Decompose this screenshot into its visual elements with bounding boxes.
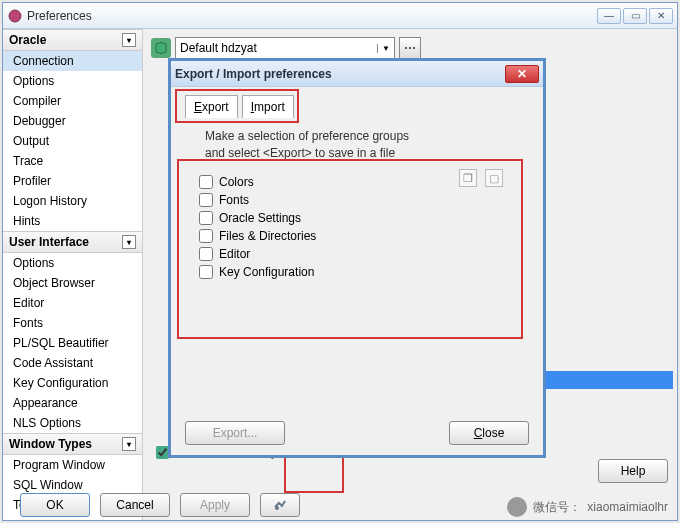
pref-group-checkbox[interactable]: Files & Directories [199,229,521,243]
sidebar-item[interactable]: Connection [3,51,142,71]
prefs-titlebar: Preferences — ▭ ✕ [3,3,677,29]
sidebar-item[interactable]: PL/SQL Beautifier [3,333,142,353]
help-button[interactable]: Help [598,459,668,483]
sidebar-item[interactable]: Object Browser [3,273,142,293]
sidebar-item[interactable]: Options [3,253,142,273]
close-button[interactable]: ✕ [649,8,673,24]
ok-button[interactable]: OK [20,493,90,517]
export-button[interactable]: Export... [185,421,285,445]
sidebar-item[interactable]: Editor [3,293,142,313]
profile-select[interactable]: Default hdzyat▼ [175,37,395,59]
sidebar-item[interactable]: Logon History [3,191,142,211]
svg-point-0 [9,10,21,22]
sidebar-item[interactable]: Program Window [3,455,142,475]
pref-group-checkbox[interactable]: Key Configuration [199,265,521,279]
category-oracle[interactable]: Oracle▾ [3,29,142,51]
profile-options-button[interactable]: ⋯ [399,37,421,59]
sidebar-item[interactable]: NLS Options [3,413,142,433]
prefs-title: Preferences [27,9,597,23]
chevron-down-icon[interactable]: ▾ [122,235,136,249]
paste-icon[interactable]: ▢ [485,169,503,187]
pref-group-checkbox[interactable]: Fonts [199,193,521,207]
wechat-icon [507,497,527,517]
category-user-interface[interactable]: User Interface▾ [3,231,142,253]
annotation-box [175,89,299,123]
sidebar-item[interactable]: Output [3,131,142,151]
dialog-title: Export / Import preferences [175,67,505,81]
category-window-types[interactable]: Window Types▾ [3,433,142,455]
sidebar-item[interactable]: Key Configuration [3,373,142,393]
footer-caption: 微信号：xiaomaimiaolhr [507,497,668,517]
sidebar-item[interactable]: Appearance [3,393,142,413]
apply-button[interactable]: Apply [180,493,250,517]
annotation-box [284,453,344,493]
sidebar-item[interactable]: Debugger [3,111,142,131]
maximize-button[interactable]: ▭ [623,8,647,24]
chevron-down-icon[interactable]: ▾ [122,437,136,451]
pref-group-checkbox[interactable]: Oracle Settings [199,211,521,225]
cancel-button[interactable]: Cancel [100,493,170,517]
sidebar-item[interactable]: Options [3,71,142,91]
sidebar-item[interactable]: Trace [3,151,142,171]
copy-icon[interactable]: ❐ [459,169,477,187]
svg-point-1 [275,506,279,510]
sidebar-item[interactable]: Code Assistant [3,353,142,373]
sidebar-item[interactable]: Compiler [3,91,142,111]
sidebar-item[interactable]: Fonts [3,313,142,333]
sidebar-item[interactable]: Profiler [3,171,142,191]
minimize-button[interactable]: — [597,8,621,24]
tool-button[interactable] [260,493,300,517]
category-sidebar: Oracle▾ ConnectionOptionsCompilerDebugge… [3,29,143,520]
close-button[interactable]: Close [449,421,529,445]
pref-group-checkbox[interactable]: Editor [199,247,521,261]
export-import-dialog: Export / Import preferences ✕ Export Imp… [168,58,546,458]
dialog-instructions: Make a selection of preference groups an… [205,128,529,162]
sidebar-item[interactable]: SQL Window [3,475,142,495]
app-icon [7,8,23,24]
chevron-down-icon[interactable]: ▾ [122,33,136,47]
annotation-box: ❐ ▢ ColorsFontsOracle SettingsFiles & Di… [177,159,523,339]
sidebar-item[interactable]: Hints [3,211,142,231]
database-icon [151,38,171,58]
close-rest: lose [482,426,504,440]
dialog-close-button[interactable]: ✕ [505,65,539,83]
